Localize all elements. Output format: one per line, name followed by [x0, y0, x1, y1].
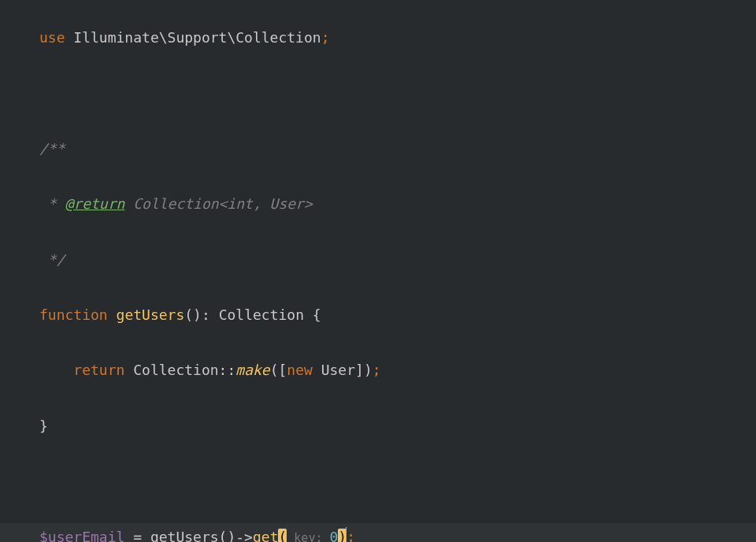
code-line: return Collection::make([new User]); [39, 356, 756, 384]
code-line [39, 467, 756, 495]
parameter-hint: key: [287, 531, 329, 542]
matched-paren-open: ( [278, 529, 287, 542]
method-get: get [253, 529, 279, 542]
keyword-use: use [39, 29, 65, 46]
docblock-open: /** [39, 140, 65, 157]
variable-useremail: $userEmail [39, 529, 124, 542]
code-line: } [39, 412, 756, 440]
method-make: make [235, 362, 269, 378]
code-block[interactable]: use Illuminate\Support\Collection; /** *… [0, 24, 756, 542]
function-name: getUsers [108, 306, 185, 323]
code-line: * @return Collection<int, User> [39, 190, 756, 217]
code-line [39, 79, 756, 106]
keyword-return: return [73, 362, 124, 378]
number-zero: 0 [330, 529, 339, 542]
code-editor[interactable]: use Illuminate\Support\Collection; /** *… [0, 0, 756, 542]
code-line: */ [39, 246, 756, 273]
code-line: /** [39, 135, 756, 162]
doc-tag-return: @return [65, 195, 125, 212]
code-line: use Illuminate\Support\Collection; [39, 24, 756, 51]
keyword-function: function [39, 306, 108, 323]
keyword-new: new [287, 362, 313, 378]
code-line-active: $userEmail = getUsers()->get( key: 0); [0, 523, 756, 542]
code-line: function getUsers(): Collection { [39, 301, 756, 329]
docblock-close: */ [39, 251, 65, 268]
